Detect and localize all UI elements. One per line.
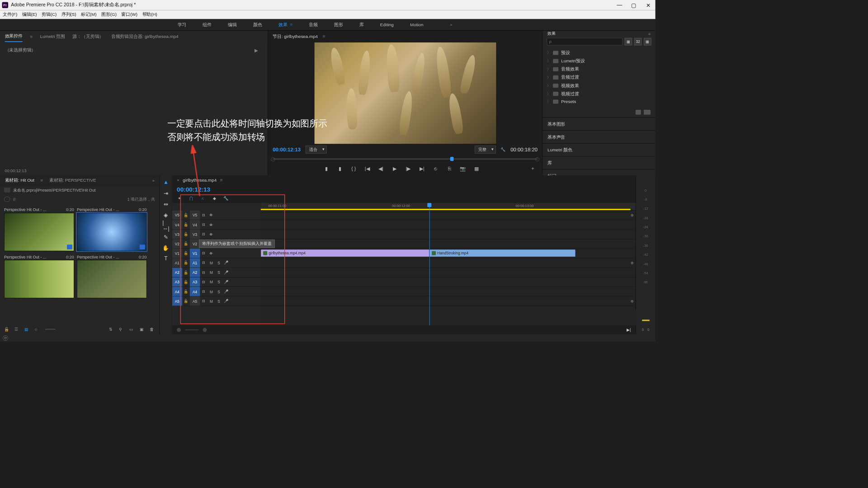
ws-graphics[interactable]: 图形 xyxy=(334,22,343,28)
menu-graphics[interactable]: 图形(G) xyxy=(101,11,117,18)
lock-icon[interactable]: 🔓 xyxy=(182,289,190,294)
mute-button[interactable]: M xyxy=(208,299,215,303)
nest-toggle-icon[interactable]: ✦ xyxy=(177,196,182,201)
tab-audio-mixer[interactable]: 音频剪辑混合器: girlbythesea.mp4 xyxy=(111,33,179,40)
tab-effect-controls[interactable]: 效果控件 xyxy=(5,33,23,42)
zoom-in-button[interactable] xyxy=(203,328,207,332)
target-a3[interactable]: A3 xyxy=(190,277,200,286)
tab-overflow-icon[interactable]: » xyxy=(152,178,155,183)
ws-motion[interactable]: Motion xyxy=(410,22,423,27)
ws-audio[interactable]: 音频 xyxy=(309,22,318,28)
target-v4[interactable]: V4 xyxy=(190,220,200,229)
mic-icon[interactable]: 🎤 xyxy=(222,261,230,265)
tab-lumetri-scopes[interactable]: Lumetri 范围 xyxy=(40,33,65,40)
lock-icon[interactable]: 🔓 xyxy=(182,242,190,246)
target-a1[interactable]: A1 xyxy=(190,258,200,267)
output-icon[interactable]: ⊟ xyxy=(200,299,208,303)
zoom-fit-select[interactable]: 适合 xyxy=(306,145,327,153)
panel-essential-graphics[interactable]: 基本图形 xyxy=(542,117,655,131)
new-bin-icon[interactable] xyxy=(636,110,641,115)
tree-node[interactable]: 〉Lumetri预设 xyxy=(547,57,651,65)
effects-search-input[interactable]: ρ xyxy=(547,38,623,46)
menu-edit[interactable]: 编辑(E) xyxy=(22,11,37,18)
razor-tool[interactable]: ◈ xyxy=(162,211,169,218)
source-a1[interactable]: A1 xyxy=(172,258,183,267)
project-item[interactable]: Perspective Hit Out - ...0:20 xyxy=(77,254,147,298)
tab-bin-hitout[interactable]: 素材箱: Hit Out xyxy=(5,178,34,184)
lock-icon[interactable]: 🔓 xyxy=(182,213,190,217)
output-icon[interactable]: ⊟ xyxy=(200,280,208,284)
project-item[interactable]: Perspective Hit Out - ...0:20 xyxy=(4,254,74,298)
mark-out-button[interactable]: ▮ xyxy=(337,165,343,172)
sort-icon[interactable]: ⇅ xyxy=(109,327,114,332)
mute-button[interactable]: M xyxy=(208,290,215,294)
tab-bin-perspective[interactable]: 素材箱: PERSPECTIVE xyxy=(49,178,96,184)
menu-sequence[interactable]: 序列(S) xyxy=(61,11,76,18)
source-a5[interactable]: A5 xyxy=(172,296,183,305)
fx-badge-yuv-icon[interactable]: ▦ xyxy=(644,38,651,46)
playhead-knob[interactable] xyxy=(450,157,454,161)
output-icon[interactable]: ⊟ xyxy=(200,222,208,227)
ws-effects[interactable]: 效果≡ xyxy=(278,22,292,28)
extract-button[interactable]: ⎘ xyxy=(446,165,453,172)
solo-button[interactable]: S xyxy=(215,261,223,265)
ws-color[interactable]: 颜色 xyxy=(253,22,262,28)
step-fwd-button[interactable]: |▶ xyxy=(405,165,411,172)
mic-icon[interactable]: 🎤 xyxy=(222,289,230,294)
menu-clip[interactable]: 剪辑(C) xyxy=(42,11,57,18)
source-v1[interactable]: V1 xyxy=(172,249,183,258)
tree-node[interactable]: 〉音频效果 xyxy=(547,65,651,73)
play-button[interactable]: ▶ xyxy=(392,165,398,172)
output-icon[interactable]: ⊟ xyxy=(200,213,208,217)
mute-button[interactable]: M xyxy=(208,280,215,284)
workspace-overflow-icon[interactable]: » xyxy=(450,22,452,27)
panel-menu-icon[interactable]: ≡ xyxy=(220,178,223,183)
new-item-icon[interactable]: ▣ xyxy=(140,327,145,332)
mark-in-button[interactable]: ▮ xyxy=(323,165,330,172)
solo-button[interactable]: S xyxy=(215,280,223,284)
pen-tool[interactable]: ✎ xyxy=(162,233,169,240)
tree-node[interactable]: 〉预设 xyxy=(547,49,651,57)
compare-button[interactable]: ▦ xyxy=(473,165,480,172)
source-v4[interactable]: V4 xyxy=(172,220,183,229)
lock-icon[interactable]: 🔓 xyxy=(182,261,190,265)
ws-learn[interactable]: 学习 xyxy=(178,22,187,28)
clip-handstroking[interactable]: HandStroking.mp4 xyxy=(429,249,576,257)
snap-icon[interactable]: ⋂ xyxy=(189,196,194,201)
eye-icon[interactable]: 👁 xyxy=(208,232,215,236)
minimize-button[interactable]: — xyxy=(617,3,622,8)
panel-libraries[interactable]: 库 xyxy=(542,157,655,170)
lock-icon[interactable]: 🔓 xyxy=(182,232,190,236)
ripple-tool[interactable]: ⇔ xyxy=(162,201,169,207)
menu-window[interactable]: 窗口(W) xyxy=(121,11,137,18)
panel-menu-icon[interactable]: ≡ xyxy=(41,178,43,183)
output-icon[interactable]: ⊟ xyxy=(200,251,208,256)
clip-girlbythesea[interactable]: girlbythesea.mp4.mp4 xyxy=(261,249,429,257)
eye-icon[interactable]: 👁 xyxy=(208,213,215,217)
step-back-button[interactable]: ◀| xyxy=(378,165,384,172)
track-select-tool[interactable]: ⇥ xyxy=(162,190,169,197)
tree-node[interactable]: 〉Presets xyxy=(547,98,651,105)
target-a4[interactable]: A4 xyxy=(190,287,200,296)
selection-tool[interactable]: ▲ xyxy=(162,179,169,186)
eye-icon[interactable]: 👁 xyxy=(208,251,215,255)
go-out-button[interactable]: ▶| xyxy=(419,165,425,172)
fx-badge-32-icon[interactable]: 32 xyxy=(634,38,642,46)
panel-menu-icon[interactable]: ≡ xyxy=(290,22,292,27)
ws-editing[interactable]: 编辑 xyxy=(228,22,237,28)
source-a3[interactable]: A3 xyxy=(172,277,183,286)
monitor-scrubber[interactable] xyxy=(273,159,538,160)
settings-icon[interactable]: 🔧 xyxy=(500,147,505,152)
target-a5[interactable]: A5 xyxy=(190,296,200,305)
marker-icon[interactable]: ◆ xyxy=(212,196,217,201)
video-preview[interactable] xyxy=(314,42,496,144)
linked-selection-icon[interactable]: ⎌ xyxy=(200,196,205,201)
close-button[interactable]: ✕ xyxy=(646,3,651,8)
write-lock-icon[interactable]: 🔓 xyxy=(4,327,9,332)
panel-menu-icon[interactable]: ≡ xyxy=(648,31,651,36)
output-icon[interactable]: ⊟ xyxy=(200,289,208,294)
solo-right[interactable]: S xyxy=(647,328,650,332)
tree-node[interactable]: 〉视频效果 xyxy=(547,81,651,89)
target-v3[interactable]: V3 xyxy=(190,230,200,239)
new-preset-bin-icon[interactable] xyxy=(644,110,651,115)
